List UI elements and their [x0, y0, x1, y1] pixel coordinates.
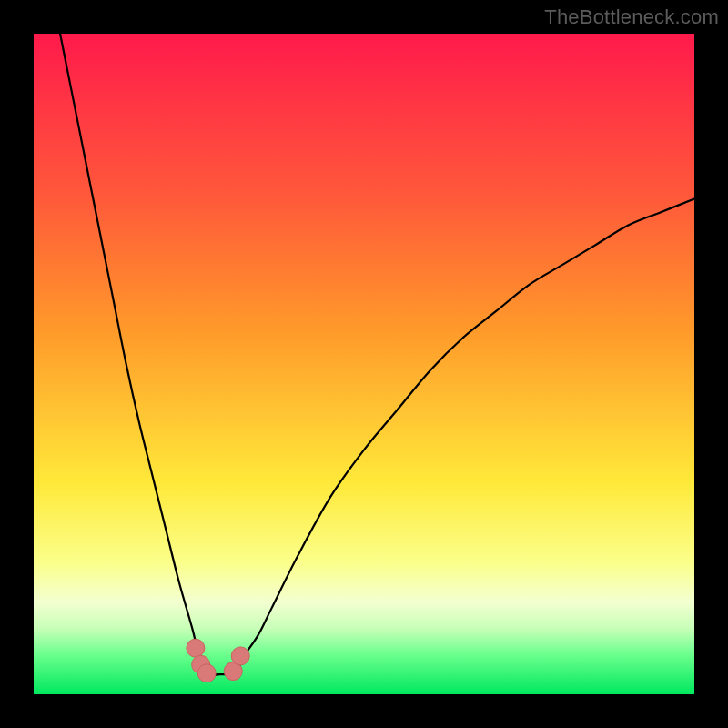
chart-svg [34, 34, 694, 694]
curve-left-branch [60, 34, 218, 675]
chart-frame: TheBottleneck.com [0, 0, 728, 728]
marker-dot-2 [197, 664, 216, 682]
chart-plot-area [34, 34, 694, 694]
bottleneck-curve [60, 34, 694, 675]
watermark-text: TheBottleneck.com [544, 5, 719, 29]
curve-right-branch [232, 199, 694, 675]
marker-dot-4 [231, 647, 249, 665]
marker-dot-0 [187, 639, 205, 657]
near-minimum-markers [187, 639, 249, 682]
